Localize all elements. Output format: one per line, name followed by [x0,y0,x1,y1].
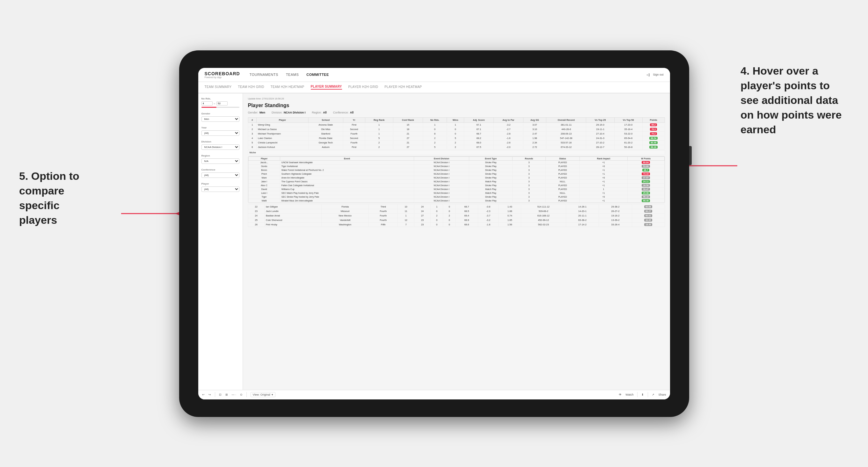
tt-points-badge[interactable]: 25.98 [642,192,650,194]
tt-points-badge[interactable]: 66.40 [642,199,650,202]
tt-cell-pts[interactable]: 46.7 [627,168,664,172]
sidebar-region: Region N/A [202,154,239,164]
cell-points[interactable]: 88.54 [642,136,664,140]
points-badge[interactable]: 80.49 [649,141,658,144]
tt-cell-pts[interactable]: 73.33 [627,172,664,176]
points-badge[interactable]: 68.18 [649,146,658,149]
tt-points-badge[interactable]: 46.7 [642,168,649,172]
sidebar-region-select[interactable]: N/A [202,158,239,164]
nav-teams[interactable]: TEAMS [286,73,299,76]
cell-player: Luke Clanton [256,136,308,140]
tt-cell-pts[interactable]: 16.50 [627,183,664,187]
tt-points-badge[interactable]: 53.60 [642,165,650,168]
tt-points-badge[interactable]: 56.18 [642,195,650,198]
subnav-team-h2h-grid[interactable]: TEAM H2H GRID [238,85,264,89]
filter-region-val: All [323,111,327,114]
sidebar-conference-select[interactable]: (All) [202,173,239,178]
toolbar-copy[interactable]: ⊡ [219,393,221,396]
toolbar-view-btn[interactable]: View: Original ▾ [251,392,275,397]
sidebar-division-select[interactable]: NCAA Division I [202,145,239,150]
tt-cell-rds: 3 [513,195,546,198]
sidebar-year-select[interactable]: (All) [202,130,239,136]
sidebar-no-rds-max[interactable] [216,101,227,105]
tt-cell-rds: 3 [513,172,546,176]
cell-rds: 2 [423,140,447,145]
cell-wins: 0 [443,204,456,209]
cell-school: Georgia Tech [308,140,343,145]
tt-cell-pts[interactable]: 60.64 [627,160,664,164]
subnav-player-summary[interactable]: PLAYER SUMMARY [311,85,342,90]
tt-cell-pts[interactable]: 53.60 [627,164,664,168]
sidebar-no-rds-min[interactable] [202,101,213,105]
tt-cell-type: Stroke Play [469,160,513,164]
toolbar-paste[interactable]: ⊞ [225,393,228,396]
tt-cell-pts[interactable]: 25.98 [627,191,664,195]
cell-adj-score: 68.9 [456,218,478,222]
sidebar-player-select[interactable]: (All) [202,186,239,192]
tt-points-badge[interactable]: 30.47 [642,188,650,191]
toolbar-clock[interactable]: ⊙ [240,393,243,396]
cell-rds: 0 [431,222,443,227]
tt-points-badge[interactable]: 16.50 [642,184,650,187]
cell-top50: 35-16-4 [614,127,642,131]
points-badge[interactable]: 60.27 [644,210,652,213]
cell-points[interactable]: 68.18 [642,145,664,149]
nav-committee[interactable]: COMMITTEE [306,73,329,76]
cell-points[interactable]: 80.49 [642,140,664,145]
tt-points-badge[interactable]: 37.57 [642,176,650,179]
tt-cell-rds: 3 [513,180,546,183]
toolbar-watch-btn[interactable]: Watch [625,393,633,396]
points-badge[interactable]: 60.68 [644,205,652,208]
cell-points[interactable]: 70.2 [642,131,664,136]
cell-points[interactable]: 60.27 [632,209,664,213]
toolbar-redo[interactable]: ↪ [209,393,211,396]
points-badge[interactable]: 30.95 [644,219,652,222]
tt-cell-pts[interactable]: 30.47 [627,187,664,191]
toolbar-share-btn[interactable]: Share [658,393,666,396]
cell-avg-sg: 3.07 [523,122,546,127]
cell-top25: 24-31-3 [586,136,614,140]
panel-title: Player Standings [248,103,665,108]
tooltip-row: Jake I The Cypress Point Classic NCAA Di… [248,180,664,183]
nav-tournaments[interactable]: TOURNAMENTS [250,73,278,76]
points-badge[interactable]: 88.2 [650,123,657,126]
cell-top25: 29-15-0 [586,122,614,127]
cell-player: Bastian Amat [265,213,322,218]
toolbar-undo[interactable]: ↩ [202,393,205,396]
tt-points-badge[interactable]: 73.33 [642,173,650,175]
points-badge[interactable]: 88.54 [649,137,658,139]
points-badge[interactable]: 60.02 [644,214,652,217]
cell-points[interactable]: 60.68 [632,204,664,209]
tt-cell-pts[interactable]: 37.57 [627,176,664,180]
cell-adj-score: 67.1 [464,122,494,127]
sub-nav: TEAM SUMMARY TEAM H2H GRID TEAM H2H HEAT… [198,82,670,93]
cell-avg-sg: 0.74 [499,213,521,218]
tt-points-badge[interactable]: 24.11 [642,180,650,183]
cell-points[interactable]: 18.49 [632,222,664,227]
cell-points[interactable]: 88.2 [642,122,664,127]
cell-top25: 28-12-7 [586,145,614,149]
tt-cell-pts[interactable]: 66.40 [627,198,664,203]
tt-cell-pts[interactable]: 56.18 [627,195,664,198]
cell-wins: 1 [447,122,464,127]
cell-to-par: -1.8 [478,222,499,227]
subnav-team-h2h-heatmap[interactable]: TEAM H2H HEATMAP [271,85,304,89]
cell-conf-rank: 23 [414,218,431,222]
tablet-screen: SCOREBOARD Powered by clipp TOURNAMENTS … [198,68,670,399]
chevron-down-icon: ▾ [272,393,273,396]
points-badge[interactable]: 76.3 [650,128,657,131]
subnav-team-summary[interactable]: TEAM SUMMARY [205,85,232,89]
sign-out-button[interactable]: Sign out [653,73,663,76]
tt-points-badge[interactable]: 60.64 [642,161,650,164]
tt-cell-pts[interactable]: 24.11 [627,180,664,183]
points-badge[interactable]: 70.2 [650,132,657,135]
points-badge[interactable]: 18.49 [644,223,652,226]
cell-points[interactable]: 30.95 [632,218,664,222]
cell-points[interactable]: 60.02 [632,213,664,218]
cell-points[interactable]: 76.3 [642,127,664,131]
main-content: No Rds. – Gender Men [198,93,670,390]
sidebar-gender-select[interactable]: Men [202,116,239,122]
cell-conf-rank: 27 [393,145,423,149]
subnav-player-h2h-grid[interactable]: PLAYER H2H GRID [348,85,378,89]
subnav-player-h2h-heatmap[interactable]: PLAYER H2H HEATMAP [384,85,422,89]
